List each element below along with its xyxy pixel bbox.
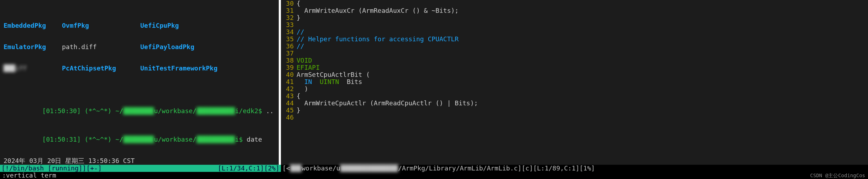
status-process: [!/bin/bash [running]][+-] — [1, 165, 102, 172]
ex-command: :vertical term — [2, 172, 56, 179]
code-view: 3031323334353637383940414243444546 { Arm… — [281, 0, 868, 121]
ls-row: EmbeddedPkg OvmfPkg UefiCpuPkg — [4, 22, 275, 29]
command: date — [247, 136, 262, 143]
code-line[interactable] — [297, 21, 868, 28]
prompt-line: [01:50:31] (*^~^*) ~/████████u/workbase/… — [4, 129, 275, 136]
code-line[interactable]: IN UINTN Bits — [297, 78, 868, 85]
line-number: 41 — [281, 78, 294, 85]
redacted: ██████████ — [197, 107, 235, 115]
prompt-path: u/workbase/ — [154, 136, 197, 143]
line-number: 42 — [281, 85, 294, 93]
code-source[interactable]: { ArmWriteAuxCr (ArmReadAuxCr () & ~Bits… — [297, 0, 868, 121]
app-root: EmbeddedPkg OvmfPkg UefiCpuPkg EmulatorP… — [0, 0, 868, 179]
prompt-time: [01:50:31] — [42, 136, 80, 143]
terminal-pane[interactable]: EmbeddedPkg OvmfPkg UefiCpuPkg EmulatorP… — [0, 0, 279, 165]
status-filepath-mid: workbase/u — [302, 165, 340, 172]
redacted: ███ — [290, 165, 302, 172]
prompt-path: ~/ — [115, 136, 123, 143]
statusbar-terminal: [!/bin/bash [running]][+-] [L:1/34,C:1][… — [0, 165, 281, 172]
redacted: ██████████ — [197, 136, 235, 143]
ls-entry: UefiCpuPkg — [140, 22, 233, 29]
line-number: 46 — [281, 114, 294, 121]
ls-entry: OvmfPkg — [62, 22, 140, 29]
statusbar-row: [!/bin/bash [running]][+-] [L:1/34,C:1][… — [0, 165, 868, 172]
line-number: 40 — [281, 71, 294, 78]
line-number: 36 — [281, 43, 294, 50]
date-output: 2024年 03月 20日 星期三 13:50:36 CST — [4, 157, 275, 164]
line-number: 35 — [281, 36, 294, 43]
code-line[interactable]: // — [297, 28, 868, 36]
terminal-output: EmbeddedPkg OvmfPkg UefiCpuPkg EmulatorP… — [0, 0, 279, 165]
prompt-path: i$ — [235, 136, 243, 143]
line-number: 30 — [281, 0, 294, 7]
code-line[interactable]: } — [297, 14, 868, 21]
code-line[interactable]: { — [297, 93, 868, 100]
split-panes: EmbeddedPkg OvmfPkg UefiCpuPkg EmulatorP… — [0, 0, 868, 165]
ls-row: ███iff PcAtChipsetPkg UnitTestFrameworkP… — [4, 65, 275, 72]
line-number: 44 — [281, 100, 294, 107]
code-line[interactable] — [297, 50, 868, 57]
command: .. — [266, 107, 274, 115]
code-line[interactable]: { — [297, 0, 868, 7]
line-number: 43 — [281, 93, 294, 100]
code-line[interactable]: ArmWriteAuxCr (ArmReadAuxCr () & ~Bits); — [297, 7, 868, 14]
prompt-line: [01:50:30] (*^~^*) ~/████████u/workbase/… — [4, 100, 275, 107]
prompt-path: ~/ — [115, 107, 123, 115]
line-number: 39 — [281, 64, 294, 71]
code-line[interactable] — [297, 114, 868, 121]
ls-entry: EmulatorPkg — [4, 43, 62, 51]
ls-entry: path.diff — [62, 43, 140, 51]
line-number: 31 — [281, 7, 294, 14]
line-number: 34 — [281, 28, 294, 36]
ls-row: EmulatorPkg path.diff UefiPayloadPkg — [4, 43, 275, 51]
code-line[interactable]: // — [297, 43, 868, 50]
line-number: 33 — [281, 21, 294, 28]
code-line[interactable]: // Helper functions for accessing CPUACT… — [297, 36, 868, 43]
code-line[interactable]: ArmSetCpuActlrBit ( — [297, 71, 868, 78]
status-filepath-prefix: [< — [282, 165, 290, 172]
code-line[interactable]: EFIAPI — [297, 64, 868, 71]
line-number: 32 — [281, 14, 294, 21]
status-filepath-tail: /ArmPkg/Library/ArmLib/ArmLib.c][c][L:1/… — [398, 165, 595, 172]
prompt-time: [01:50:30] — [42, 107, 80, 115]
ls-entry: PcAtChipsetPkg — [62, 65, 140, 72]
prompt-path: i/edk2$ — [235, 107, 262, 115]
editor-pane[interactable]: 3031323334353637383940414243444546 { Arm… — [281, 0, 868, 165]
prompt-face: (*^~^*) — [85, 107, 112, 115]
ls-entry: ███iff — [4, 65, 62, 72]
ls-entry: UefiPayloadPkg — [140, 43, 233, 51]
code-line[interactable]: ArmWriteCpuActlr (ArmReadCpuActlr () | B… — [297, 100, 868, 107]
line-number: 37 — [281, 50, 294, 57]
code-line[interactable]: VOID — [297, 57, 868, 64]
line-gutter: 3031323334353637383940414243444546 — [281, 0, 297, 121]
code-line[interactable]: } — [297, 107, 868, 114]
code-line[interactable]: ) — [297, 85, 868, 93]
line-number: 45 — [281, 107, 294, 114]
status-position: [L:1/34,C:1][2%] — [218, 165, 279, 172]
watermark: CSDN @主公CodingCos — [810, 172, 868, 179]
redacted: ████████ — [123, 107, 154, 115]
prompt-face: (*^~^*) — [85, 136, 112, 143]
redacted: ████████ — [123, 136, 154, 143]
redacted: ███████████████ — [340, 165, 398, 172]
prompt-path: u/workbase/ — [154, 107, 197, 115]
ls-entry: EmbeddedPkg — [4, 22, 62, 29]
ls-entry: UnitTestFrameworkPkg — [140, 65, 233, 72]
line-number: 38 — [281, 57, 294, 64]
statusbar-editor: [<███workbase/u███████████████/ArmPkg/Li… — [281, 165, 868, 172]
command-line[interactable]: :vertical term CSDN @主公CodingCos — [0, 172, 868, 179]
